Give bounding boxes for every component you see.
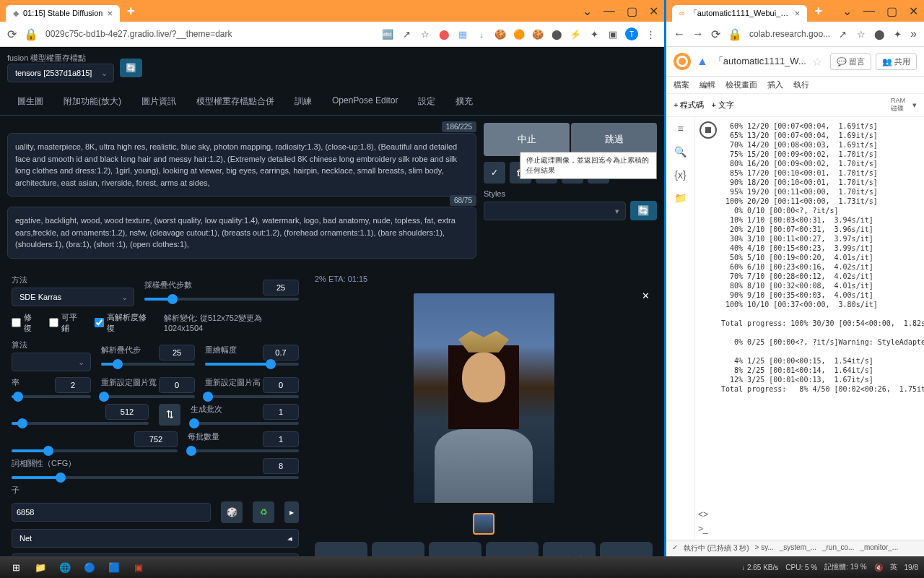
steps-slider[interactable] [144,298,299,301]
tab-extras[interactable]: 附加功能(放大) [53,88,131,115]
width-input[interactable] [105,404,149,420]
files-icon[interactable]: 📁 [674,192,687,204]
notebook-title[interactable]: 「automatic1111_W... [714,55,806,68]
upscaler-select[interactable] [12,353,91,371]
puzzle-icon[interactable]: ✦ [892,27,903,40]
styles-select[interactable] [484,202,626,220]
tab-openpose[interactable]: OpenPose Editor [322,88,408,115]
menu-insert[interactable]: 插入 [767,79,783,90]
comment-button[interactable]: 💬 留言 [830,53,871,70]
task-explorer[interactable]: 📁 [30,559,51,575]
thumbnail[interactable] [473,513,494,535]
cfg-input[interactable] [263,458,299,474]
save-button[interactable]: 儲存 [372,542,424,557]
lang-indicator[interactable]: 英 [890,562,897,572]
star-icon[interactable]: ☆ [855,27,866,40]
menu-runtime[interactable]: 執行 [793,79,809,90]
tab-train[interactable]: 訓練 [284,88,322,115]
send-inpaint-button[interactable]: >> 局部重繪 [543,542,596,557]
checkpoint-select[interactable]: tensors [2537d1a815] [7,64,114,82]
height-slider[interactable] [12,449,178,452]
ext-icon[interactable]: 🍪 [494,27,507,40]
task-ppt[interactable]: ▣ [128,559,149,575]
seed-input[interactable] [12,503,211,522]
ext-icon[interactable]: 🍪 [531,27,544,40]
send-img2img-button[interactable]: >> 圖生圖 [486,542,539,557]
translate-icon[interactable]: 🔤 [381,27,394,40]
puzzle-icon[interactable]: ✦ [588,27,601,40]
prompt-input[interactable]: uality, masterpiece, 8K, ultra high res,… [7,133,476,197]
search-icon[interactable]: 🔍 [674,146,687,158]
share-icon[interactable]: ↗ [400,27,413,40]
ext-icon[interactable]: ⬤ [874,27,885,40]
ext-icon[interactable]: 🟠 [513,27,526,40]
add-text-button[interactable]: + 文字 [711,100,733,111]
open-folder-button[interactable]: 📂 [315,542,367,557]
dice-icon[interactable]: 🎲 [221,501,243,523]
tab-merger[interactable]: 模型權重存檔點合併 [186,88,284,115]
tile-checkbox[interactable]: 可平鋪 [49,312,84,334]
batch-size-input[interactable] [263,431,299,447]
maximize-icon[interactable]: ▢ [627,4,637,18]
run-cell-button[interactable] [699,121,717,139]
maximize-icon[interactable]: ▢ [886,4,897,18]
close-window-icon[interactable]: ✕ [649,4,658,18]
hires-checkbox[interactable]: 高解析度修復 [95,312,153,334]
close-icon[interactable]: × [795,8,801,19]
tab-img2img[interactable]: 圖生圖 [7,88,53,115]
code-icon[interactable]: <> [698,509,708,519]
reload-icon[interactable]: ⟳ [711,27,720,41]
width-slider[interactable] [12,422,149,425]
back-icon[interactable]: ← [674,27,685,40]
swap-dims-button[interactable]: ⇅ [159,404,180,426]
recycle-icon[interactable]: ♻ [253,501,274,523]
minimize-icon[interactable]: — [863,4,875,18]
scale-input[interactable] [55,377,91,393]
task-chrome[interactable]: 🔵 [79,559,100,575]
zip-button[interactable]: Zip [429,542,481,557]
ext-icon[interactable]: ⚡ [569,27,582,40]
batch-count-input[interactable] [263,404,299,420]
batch-size-slider[interactable] [188,449,299,452]
denoise-input[interactable] [263,345,299,361]
close-preview-icon[interactable]: ✕ [642,290,650,301]
task-edge[interactable]: 🌐 [55,559,75,575]
menu-file[interactable]: 檔案 [674,79,689,90]
url-bar[interactable]: 0029c75c-bd1b-4e27.gradio.live/?__theme=… [45,29,374,39]
task-app[interactable]: 🟦 [104,559,124,575]
hires-steps-slider[interactable] [101,363,195,366]
ext-icon[interactable]: ▦ [456,27,469,40]
menu-icon[interactable]: ⋮ [644,27,657,40]
vars-icon[interactable]: {x} [674,169,686,181]
star-icon[interactable]: ☆ [812,55,822,69]
sidebar-icon[interactable]: ▣ [606,27,619,40]
close-window-icon[interactable]: ✕ [909,4,918,18]
extra-toggle[interactable]: ▸ [284,501,299,523]
cfg-slider[interactable] [12,476,299,479]
browser-tab-2[interactable]: ∞ 「automatic1111_Webui_Jack… × [672,5,807,22]
resize-w-slider[interactable] [101,395,195,398]
download-icon[interactable]: ↓ [475,27,488,40]
height-input[interactable] [134,431,178,447]
terminal-icon[interactable]: >_ [698,524,708,534]
share-icon[interactable]: ↗ [837,27,848,40]
batch-count-slider[interactable] [191,422,299,425]
forward-icon[interactable]: → [692,27,704,40]
star-icon[interactable]: ☆ [419,27,432,40]
menu-edit[interactable]: 編輯 [699,79,715,90]
negative-prompt-input[interactable]: egative, backlight, wood, wood texture, … [7,207,476,259]
minimize-icon[interactable]: — [603,4,615,18]
more-button[interactable]: >> 更多 [600,542,653,557]
new-tab-button[interactable]: + [127,4,135,19]
resize-h-slider[interactable] [205,395,299,398]
ext-icon[interactable]: ⬤ [437,27,450,40]
tray-icon[interactable]: 🔇 [874,564,883,571]
browser-tab-1[interactable]: ◆ 01:15] Stable Diffusion × [6,5,120,22]
resize-h-input[interactable] [263,377,299,393]
add-code-button[interactable]: + 程式碼 [674,100,704,111]
tab-pnginfo[interactable]: 圖片資訊 [131,88,186,115]
reload-checkpoint-button[interactable]: 🔄 [120,59,142,77]
tab-settings[interactable]: 設定 [408,88,445,115]
toc-icon[interactable]: ≡ [677,123,683,134]
restore-checkbox[interactable]: 修復 [12,312,39,334]
